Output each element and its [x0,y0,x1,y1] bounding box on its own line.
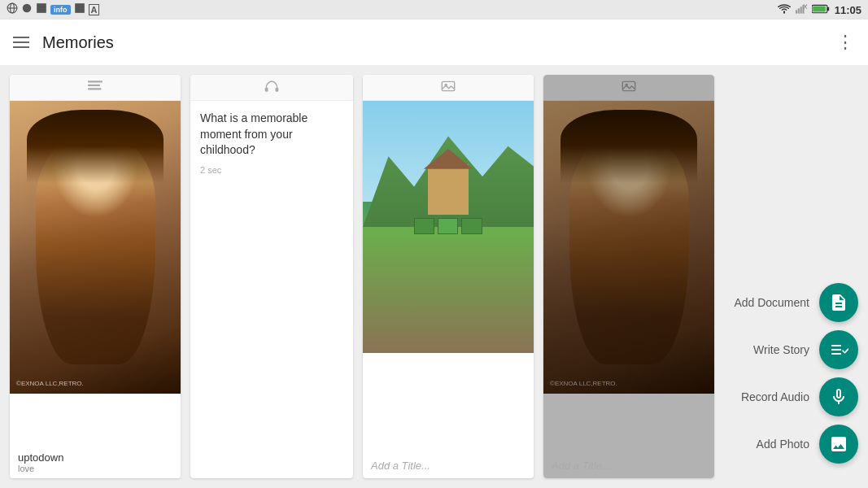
signal-icon [796,4,807,16]
card-2-content: What is a memorable moment from your chi… [190,101,353,478]
svg-rect-17 [88,88,102,89]
info-icon: info [50,5,71,15]
a-letter-icon: A [89,4,100,15]
svg-rect-9 [802,5,804,14]
status-bar-left-icons: info A [7,2,99,17]
main-content: ©EXNOA LLC,RETRO. uptodown love [0,65,868,488]
record-audio-row: Record Audio [741,377,858,416]
card-1-title: uptodown [18,451,172,464]
svg-rect-8 [800,7,801,13]
globe-icon [7,2,18,17]
time-display: 11:05 [835,4,861,16]
status-bar: info A [0,0,868,20]
card-3-title-placeholder[interactable]: Add a Title... [363,453,534,478]
svg-rect-18 [265,87,268,91]
card-3-image [363,101,534,453]
card-3-header [363,75,534,101]
cards-container: ©EXNOA LLC,RETRO. uptodown love [10,75,858,478]
write-story-label: Write Story [753,343,809,356]
write-story-button[interactable] [819,330,858,369]
square-fill-icon [36,2,47,17]
add-photo-row: Add Photo [757,425,858,464]
card-1-subtitle: love [18,464,172,473]
square-icon-2 [74,2,85,17]
svg-rect-22 [622,81,635,90]
app-bar: Memories ⋮ [0,20,868,65]
svg-point-3 [23,4,32,13]
add-document-label: Add Document [734,296,809,309]
svg-rect-15 [88,81,103,82]
app-bar-left: Memories [13,33,114,52]
card-1-header [10,75,181,101]
image-icon-4 [622,81,636,95]
add-photo-label: Add Photo [757,438,809,451]
add-photo-button[interactable] [819,425,858,464]
circle-icon [21,2,33,17]
card-2-header [190,75,353,101]
record-audio-label: Record Audio [741,390,809,403]
copyright-text-1: ©EXNOA LLC,RETRO. [16,380,84,387]
battery-icon [812,4,830,16]
svg-rect-14 [813,6,826,11]
action-buttons-panel: Add Document Write Story Record Audio [734,65,858,488]
write-story-row: Write Story [753,330,858,369]
text-format-icon [88,81,103,95]
svg-rect-19 [276,87,279,91]
card-1-footer: uptodown love [10,447,181,478]
memory-card-1[interactable]: ©EXNOA LLC,RETRO. uptodown love [10,75,181,478]
card-4-image: ©EXNOA LLC,RETRO. [543,101,714,453]
add-document-row: Add Document [734,283,858,322]
copyright-text-4: ©EXNOA LLC,RETRO. [550,380,617,387]
status-bar-right-icons: 11:05 [778,4,861,16]
more-options-button[interactable]: ⋮ [836,32,855,53]
add-document-button[interactable] [819,283,858,322]
svg-rect-16 [88,84,100,85]
record-audio-button[interactable] [819,377,858,416]
memory-card-4[interactable]: ©EXNOA LLC,RETRO. Add a Title... [543,75,714,478]
app-title: Memories [42,33,114,52]
image-icon-3 [441,81,456,95]
card-2-question: What is a memorable moment from your chi… [200,111,343,159]
hamburger-menu-button[interactable] [13,37,29,48]
card-2-meta: 2 sec [200,165,343,175]
svg-rect-7 [798,8,800,13]
svg-rect-6 [796,10,797,13]
card-4-title-placeholder[interactable]: Add a Title... [543,453,714,478]
memory-card-3[interactable]: Add a Title... [363,75,534,478]
headphone-icon [264,80,279,96]
svg-rect-13 [827,7,829,11]
memory-card-2[interactable]: What is a memorable moment from your chi… [190,75,353,478]
card-1-image: ©EXNOA LLC,RETRO. [10,101,181,447]
card-4-header [543,75,714,101]
svg-rect-20 [442,81,454,90]
svg-rect-4 [37,3,46,13]
svg-rect-5 [75,3,85,13]
wifi-icon [778,4,791,16]
